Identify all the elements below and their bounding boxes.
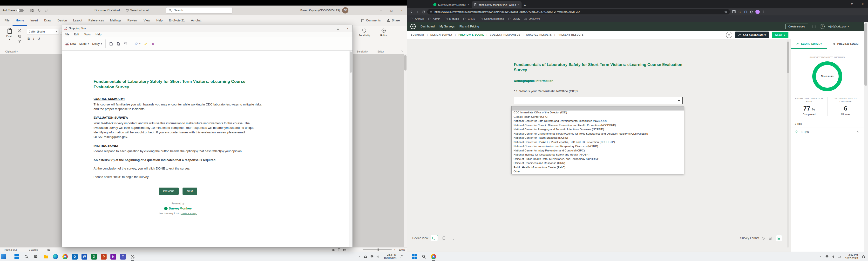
browser-tab-print-pdf[interactable]: print survey monkey PDF with a × xyxy=(472,1,522,8)
browser-scrollbar[interactable] xyxy=(864,22,868,252)
ribbon-tab-layout[interactable]: Layout xyxy=(70,15,85,26)
ribbon-tab-references[interactable]: References xyxy=(85,15,107,26)
underline-button[interactable]: U xyxy=(38,37,40,40)
dropdown-option[interactable]: Other xyxy=(512,170,684,174)
ribbon-tab-draw[interactable]: Draw xyxy=(41,15,54,26)
extension-icon[interactable] xyxy=(738,10,742,14)
surveymonkey-logo[interactable] xyxy=(410,24,416,29)
device-tablet-button[interactable] xyxy=(440,235,447,241)
ribbon-tab-file[interactable]: File xyxy=(1,15,12,26)
taskbar-clock[interactable]: 2:52 PM 10/31/2023 xyxy=(845,253,858,260)
bookmark-star-icon[interactable] xyxy=(724,10,727,13)
tray-expand-icon[interactable] xyxy=(356,255,362,258)
ribbon-tab-acrobat[interactable]: Acrobat xyxy=(188,15,205,26)
dropdown-option[interactable]: National Center for Injury Prevention an… xyxy=(512,149,684,153)
cut-icon[interactable] xyxy=(18,29,22,32)
snip-scrollbar-thumb[interactable] xyxy=(350,51,352,73)
autosave-toggle[interactable]: AutoSave xyxy=(2,5,24,15)
add-collaborators-button[interactable]: Add collaborators xyxy=(735,32,769,38)
search-input[interactable] xyxy=(174,9,227,12)
nav-my-surveys[interactable]: My Surveys xyxy=(439,25,455,28)
undo-icon[interactable] xyxy=(36,5,42,15)
bookmark-communications[interactable]: Communications xyxy=(479,17,504,21)
dropdown-option[interactable]: National Center for HIV/AIDS, Viral Hepa… xyxy=(512,140,684,145)
avatar[interactable]: BK xyxy=(342,7,348,13)
tray-expand-icon[interactable] xyxy=(817,255,824,258)
page-indicator[interactable]: Page 2 of 2 xyxy=(4,248,17,252)
step-present-results[interactable]: PRESENT RESULTS xyxy=(558,34,584,36)
dropdown-option[interactable]: National Institute for Occupational Safe… xyxy=(512,153,684,157)
device-desktop-button[interactable] xyxy=(431,235,438,241)
highlighter-icon[interactable] xyxy=(144,42,148,46)
extensions-puzzle-icon[interactable] xyxy=(750,10,753,14)
step-design-survey[interactable]: DESIGN SURVEY xyxy=(430,34,453,36)
word-button[interactable]: W xyxy=(80,252,89,261)
snipping-tool-button[interactable] xyxy=(128,252,137,261)
format-painter-icon[interactable] xyxy=(18,40,22,43)
device-phone-button[interactable] xyxy=(450,235,457,241)
italic-button[interactable]: I xyxy=(33,37,34,40)
dropdown-option[interactable]: National Center for Health Statistics (N… xyxy=(512,136,684,140)
dropdown-option[interactable]: National Center for Birth Defects and De… xyxy=(512,119,684,123)
excel-button[interactable]: X xyxy=(89,252,99,261)
dropdown-option[interactable]: National Center for Immunization and Res… xyxy=(512,144,684,149)
zoom-slider-knob[interactable] xyxy=(378,249,378,251)
notification-bell-icon[interactable] xyxy=(399,255,405,259)
create-survey-button[interactable]: Create survey xyxy=(785,24,808,29)
copy-snip-icon[interactable] xyxy=(116,42,120,46)
zoom-in-button[interactable]: + xyxy=(394,248,396,252)
ribbon-tab-endnote[interactable]: EndNote 21 xyxy=(166,15,188,26)
ribbon-tab-home[interactable]: Home xyxy=(12,15,27,26)
profile-avatar[interactable] xyxy=(755,10,760,14)
redo-icon[interactable] xyxy=(43,5,50,15)
cio-select[interactable] xyxy=(514,97,683,104)
powerpoint-button[interactable]: P xyxy=(99,252,108,261)
maximize-icon[interactable]: □ xyxy=(847,0,858,8)
notification-bell-icon[interactable] xyxy=(860,255,867,259)
close-tab-icon[interactable]: × xyxy=(518,3,519,6)
tips-bulb-button[interactable] xyxy=(726,32,732,38)
bold-button[interactable]: B xyxy=(28,37,30,40)
save-icon[interactable] xyxy=(28,5,35,15)
dropdown-option[interactable]: National Center for Chronic Disease Prev… xyxy=(512,123,684,127)
paste-button[interactable]: Paste ▾ xyxy=(3,28,16,41)
step-collect-responses[interactable]: COLLECT RESPONSES xyxy=(490,34,520,36)
editor-button[interactable]: Editor xyxy=(375,28,392,37)
preview-logic-tab[interactable]: PREVIEW LOGIC xyxy=(827,39,864,49)
teams-button[interactable]: T xyxy=(118,252,128,261)
account-menu[interactable]: wjb0@cdc.gov ▾ xyxy=(829,25,849,28)
minimize-icon[interactable]: – xyxy=(323,25,333,32)
clipboard-group-label[interactable]: Clipboard ▾ xyxy=(5,50,18,53)
autosave-switch[interactable] xyxy=(17,9,24,12)
taskbar-search-button[interactable] xyxy=(419,252,429,261)
side-panel-icon[interactable] xyxy=(732,10,736,14)
ribbon-tab-help[interactable]: Help xyxy=(153,15,166,26)
onedrive-icon[interactable] xyxy=(362,255,369,259)
close-tab-icon[interactable]: × xyxy=(468,3,469,6)
mode-dropdown[interactable]: Mode ▾ xyxy=(79,42,89,45)
minimize-icon[interactable]: – xyxy=(376,5,386,15)
wifi-icon[interactable] xyxy=(369,255,375,259)
dropdown-option[interactable]: Office of Readiness and Response (ORR) xyxy=(512,161,684,165)
close-icon[interactable]: × xyxy=(858,0,868,8)
dropdown-option[interactable]: Global Health Center (GHC) xyxy=(512,115,684,119)
word-scrollbar-thumb[interactable] xyxy=(404,55,406,71)
sensitivity-label-button[interactable]: Select a Label xyxy=(125,5,149,15)
menu-edit[interactable]: Edit xyxy=(74,33,79,36)
chrome-button[interactable] xyxy=(60,252,70,261)
next-step-button[interactable]: NEXT › xyxy=(772,32,788,38)
help-icon[interactable]: ? xyxy=(820,24,825,29)
new-tab-button[interactable]: + xyxy=(522,2,528,8)
zoom-out-button[interactable]: − xyxy=(358,248,360,252)
edge-button[interactable] xyxy=(51,252,60,261)
dropdown-option[interactable]: National Center for Environmental Health… xyxy=(512,132,684,136)
maximize-icon[interactable]: □ xyxy=(386,5,397,15)
format-one-page-button[interactable] xyxy=(767,235,774,241)
volume-icon[interactable] xyxy=(375,255,381,259)
nav-dashboard[interactable]: Dashboard xyxy=(421,25,435,28)
format-scrolling-button[interactable] xyxy=(776,235,782,241)
ribbon-tab-insert[interactable]: Insert xyxy=(27,15,41,26)
ribbon-tab-review[interactable]: Review xyxy=(124,15,141,26)
bookmark-admin[interactable]: Admin xyxy=(428,17,440,21)
step-summary[interactable]: SUMMARY xyxy=(411,34,425,36)
